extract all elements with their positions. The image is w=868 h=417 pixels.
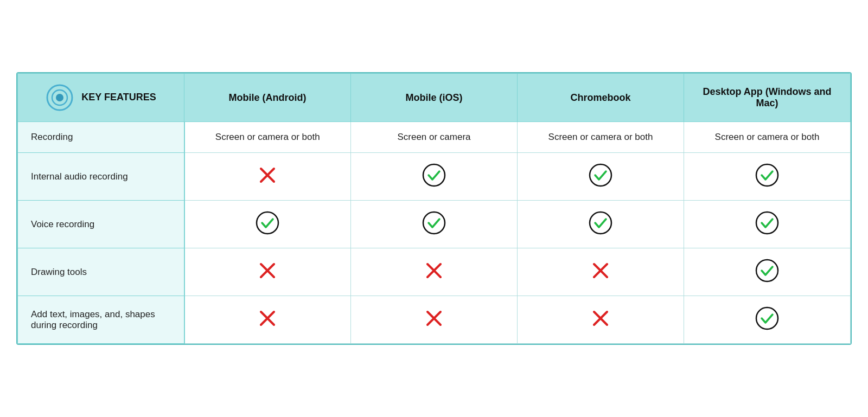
col1-cell xyxy=(184,201,351,248)
col2-cell xyxy=(351,296,518,344)
col2-cell xyxy=(351,153,518,201)
svg-point-18 xyxy=(756,260,778,281)
col2-header: Mobile (iOS) xyxy=(351,74,518,122)
cross-icon xyxy=(256,259,279,282)
cross-icon xyxy=(423,259,445,282)
svg-point-11 xyxy=(756,212,778,234)
check-icon xyxy=(588,163,613,188)
col1-header: Mobile (Android) xyxy=(184,74,351,122)
table-row: Voice recording xyxy=(18,201,851,248)
svg-point-7 xyxy=(756,164,778,186)
check-icon xyxy=(755,258,780,283)
col4-cell xyxy=(684,153,851,201)
svg-point-6 xyxy=(590,164,611,186)
col1-cell xyxy=(184,296,351,344)
col3-cell xyxy=(518,248,684,296)
svg-point-10 xyxy=(590,212,611,234)
col3-cell xyxy=(518,153,684,201)
check-icon xyxy=(755,163,780,188)
col1-cell: Screen or camera or both xyxy=(184,122,351,153)
cross-icon xyxy=(256,307,279,330)
table-row: RecordingScreen or camera or bothScreen … xyxy=(18,122,851,153)
col2-cell: Screen or camera xyxy=(351,122,518,153)
col1-cell xyxy=(184,153,351,201)
feature-cell: Recording xyxy=(18,122,184,153)
svg-point-25 xyxy=(756,307,778,329)
col4-cell xyxy=(684,248,851,296)
col4-cell xyxy=(684,296,851,344)
svg-point-9 xyxy=(423,212,445,234)
svg-point-2 xyxy=(56,94,63,101)
feature-cell: Drawing tools xyxy=(18,248,184,296)
check-icon xyxy=(755,306,780,331)
table-row: Drawing tools xyxy=(18,248,851,296)
comparison-table: KEY FEATURES Mobile (Android) Mobile (iO… xyxy=(16,72,852,345)
col3-cell xyxy=(518,296,684,344)
col2-cell xyxy=(351,248,518,296)
col1-cell xyxy=(184,248,351,296)
key-features-header: KEY FEATURES xyxy=(18,74,184,122)
col3-cell xyxy=(518,201,684,248)
col4-cell xyxy=(684,201,851,248)
check-icon xyxy=(588,210,613,235)
record-icon xyxy=(46,84,74,112)
cross-icon xyxy=(256,164,279,187)
feature-cell: Add text, images, and, shapes during rec… xyxy=(18,296,184,344)
table-row: Internal audio recording xyxy=(18,153,851,201)
check-icon xyxy=(755,210,780,235)
cross-icon xyxy=(589,307,612,330)
table-row: Add text, images, and, shapes during rec… xyxy=(18,296,851,344)
cross-icon xyxy=(589,259,612,282)
col3-cell: Screen or camera or both xyxy=(518,122,684,153)
check-icon xyxy=(422,163,446,188)
col4-header: Desktop App (Windows and Mac) xyxy=(684,74,851,122)
svg-point-5 xyxy=(423,164,445,186)
feature-cell: Internal audio recording xyxy=(18,153,184,201)
check-icon xyxy=(422,210,446,235)
col2-cell xyxy=(351,201,518,248)
check-icon xyxy=(255,210,280,235)
svg-point-8 xyxy=(257,212,278,234)
col3-header: Chromebook xyxy=(518,74,684,122)
feature-cell: Voice recording xyxy=(18,201,184,248)
key-features-label: KEY FEATURES xyxy=(81,91,156,104)
col4-cell: Screen or camera or both xyxy=(684,122,851,153)
cross-icon xyxy=(423,307,445,330)
